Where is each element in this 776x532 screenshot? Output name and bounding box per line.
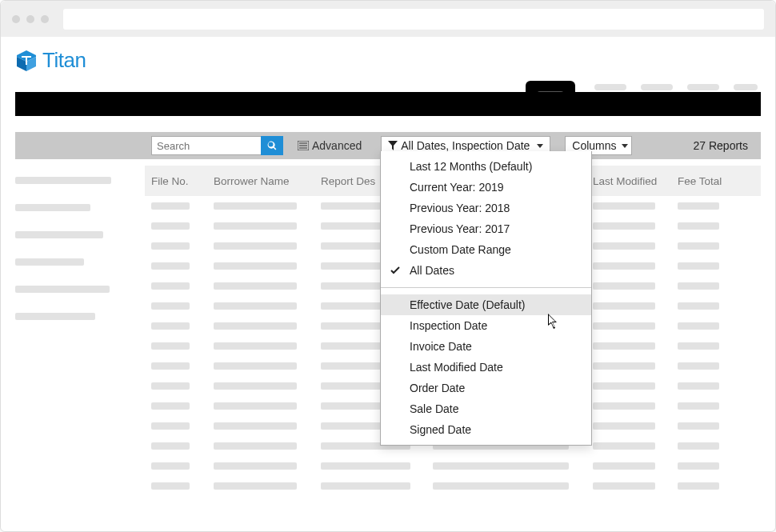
columns-label: Columns [572, 139, 616, 152]
app-header: Titan [1, 37, 775, 81]
date-field-option[interactable]: Order Date [381, 378, 591, 398]
date-field-option[interactable]: Effective Date (Default) [381, 294, 591, 315]
date-field-option[interactable]: Last Modified Date [381, 357, 591, 378]
menu-item-label: Sale Date [410, 402, 458, 415]
search-input[interactable] [151, 136, 261, 155]
menu-item-label: All Dates [410, 264, 454, 277]
menu-item-label: Order Date [410, 382, 465, 394]
col-last-modified[interactable]: Last Modified [593, 175, 670, 187]
caret-down-icon [622, 144, 628, 148]
menu-item-label: Inspection Date [410, 319, 487, 332]
sidebar-item[interactable] [15, 258, 84, 266]
date-field-section: Effective Date (Default)Inspection DateI… [381, 290, 591, 445]
url-bar[interactable] [63, 9, 764, 30]
menu-item-label: Signed Date [410, 423, 471, 436]
menu-item-label: Custom Date Range [410, 243, 511, 256]
advanced-search-link[interactable]: Advanced [298, 139, 362, 152]
date-range-option[interactable]: Previous Year: 2017 [381, 218, 591, 239]
sidebar-item[interactable] [15, 204, 90, 211]
date-filter-label: All Dates, Inspection Date [401, 139, 530, 152]
date-field-option[interactable]: Signed Date [381, 419, 591, 440]
check-icon [390, 264, 400, 277]
nav-tab[interactable] [594, 84, 626, 90]
sidebar-item[interactable] [15, 177, 111, 184]
menu-item-label: Invoice Date [410, 340, 472, 353]
date-field-option[interactable]: Invoice Date [381, 336, 591, 357]
nav-bar-bg [15, 92, 761, 116]
caret-down-icon [537, 144, 543, 148]
sidebar-item[interactable] [15, 313, 95, 320]
window-dot [41, 15, 49, 23]
nav-tab[interactable] [734, 84, 758, 90]
app-name: Titan [42, 48, 86, 73]
menu-item-label: Previous Year: 2017 [410, 222, 510, 235]
browser-chrome [1, 1, 775, 37]
filter-icon [388, 141, 398, 150]
sidebar-item[interactable] [15, 231, 103, 238]
menu-item-label: Current Year: 2019 [410, 181, 504, 194]
date-range-option[interactable]: Last 12 Months (Default) [381, 156, 591, 177]
nav-tab[interactable] [687, 84, 719, 90]
nav-bar [1, 81, 775, 108]
titan-logo-icon [17, 50, 36, 71]
col-borrower-name[interactable]: Borrower Name [214, 175, 313, 187]
sidebar [15, 166, 134, 496]
menu-item-label: Effective Date (Default) [410, 298, 525, 311]
date-field-option[interactable]: Inspection Date [381, 315, 591, 336]
table-row[interactable] [145, 456, 761, 476]
date-range-option[interactable]: Current Year: 2019 [381, 177, 591, 198]
report-count: 27 Reports [694, 139, 748, 152]
table-row[interactable] [145, 476, 761, 496]
date-range-option[interactable]: Custom Date Range [381, 239, 591, 260]
date-range-option[interactable]: All Dates [381, 260, 591, 281]
list-icon [298, 141, 309, 150]
nav-tab[interactable] [641, 84, 673, 90]
search-button[interactable] [261, 136, 283, 155]
window-dot [26, 15, 34, 23]
menu-item-label: Last Modified Date [410, 361, 503, 374]
col-fee-total[interactable]: Fee Total [678, 175, 729, 187]
menu-divider [381, 287, 591, 288]
browser-window: Titan Advanced All Dates, Inspection Da [0, 0, 776, 532]
menu-item-label: Last 12 Months (Default) [410, 160, 532, 173]
search-icon [267, 141, 277, 150]
search-group [151, 136, 283, 155]
date-field-option[interactable]: Sale Date [381, 398, 591, 419]
col-file-no[interactable]: File No. [151, 175, 206, 187]
sidebar-item[interactable] [15, 286, 110, 293]
menu-item-label: Previous Year: 2018 [410, 202, 510, 214]
advanced-label: Advanced [312, 139, 362, 152]
date-filter-menu: Last 12 Months (Default)Current Year: 20… [380, 151, 592, 446]
date-range-section: Last 12 Months (Default)Current Year: 20… [381, 151, 591, 286]
date-range-option[interactable]: Previous Year: 2018 [381, 198, 591, 218]
window-dot [12, 15, 20, 23]
